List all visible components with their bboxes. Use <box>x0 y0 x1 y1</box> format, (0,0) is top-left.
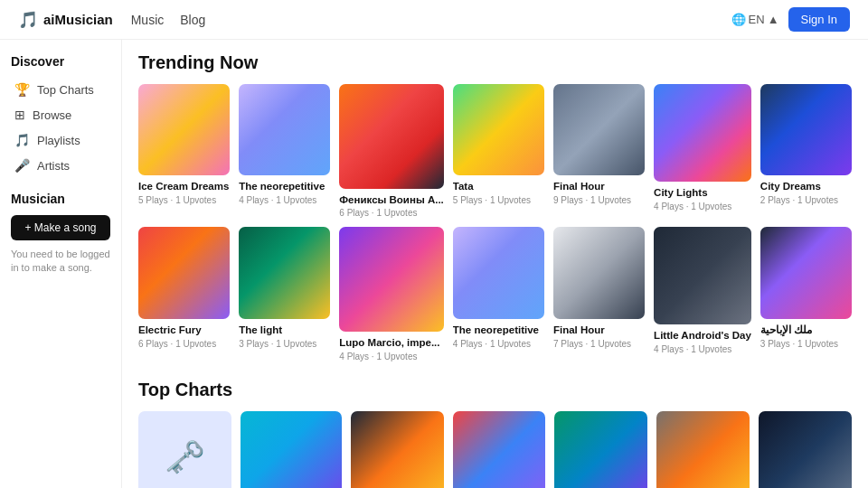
card-meta: 4 Plays · 1 Upvotes <box>654 202 751 211</box>
music-card[interactable]: Hasta nunca10 Plays · 1 Upvotes <box>656 411 750 488</box>
sidebar-item-label: Playlists <box>37 134 80 147</box>
language-selector[interactable]: 🌐 EN ▲ <box>731 13 779 26</box>
card-title: The light <box>239 324 330 337</box>
card-title: ملك الإباحية <box>760 324 852 337</box>
card-thumbnail <box>241 411 342 488</box>
card-thumbnail <box>553 227 645 318</box>
card-title: Little Android's Day <box>654 329 751 343</box>
card-thumbnail <box>239 227 330 318</box>
main-content: Trending Now Ice Cream Dreams5 Plays · 1… <box>122 40 868 488</box>
logo-text: aiMusician <box>43 12 113 27</box>
sidebar-item-top-charts[interactable]: 🏆 Top Charts <box>11 78 110 101</box>
card-meta: 6 Plays · 1 Upvotes <box>339 208 444 218</box>
card-title: Final Hour <box>553 324 645 337</box>
card-meta: 2 Plays · 1 Upvotes <box>760 195 852 205</box>
music-card[interactable]: City Dreams2 Plays · 1 Upvotes <box>760 84 852 218</box>
card-meta: 4 Plays · 1 Upvotes <box>453 339 544 349</box>
card-meta: 3 Plays · 1 Upvotes <box>760 339 852 349</box>
card-thumbnail: 🗝️ <box>138 411 231 488</box>
header: 🎵 aiMusician Music Blog 🌐 EN ▲ Sign In <box>0 0 868 40</box>
top-charts-grid: 🗝️We don`t pretend20 Plays · 0 UpvotesOn… <box>138 411 852 488</box>
login-note: You need to be logged in to make a song. <box>11 248 110 276</box>
card-thumbnail <box>654 227 751 324</box>
card-meta: 5 Plays · 1 Upvotes <box>138 195 230 205</box>
music-card[interactable]: Hooba the haha10 Plays · 1 Upvotes <box>554 411 647 488</box>
artists-icon: 🎤 <box>14 158 30 173</box>
musician-heading: Musician <box>11 192 110 206</box>
trending-heading: Trending Now <box>138 52 852 73</box>
logo-icon: 🎵 <box>18 10 38 30</box>
card-title: Tata <box>453 180 544 193</box>
musician-section: Musician + Make a song You need to be lo… <box>11 192 110 276</box>
nav-blog[interactable]: Blog <box>180 13 205 27</box>
card-thumbnail <box>554 411 647 488</box>
music-card[interactable]: Final Hour9 Plays · 1 Upvotes <box>759 411 852 488</box>
music-card[interactable]: Lupo Marcio, impe...4 Plays · 1 Upvotes <box>339 227 444 361</box>
card-meta: 4 Plays · 1 Upvotes <box>654 344 751 354</box>
music-card[interactable]: The neorepetitive4 Plays · 1 Upvotes <box>239 84 330 218</box>
card-thumbnail <box>138 84 230 175</box>
music-card[interactable]: Tata5 Plays · 1 Upvotes <box>453 84 544 218</box>
layout: Discover 🏆 Top Charts ⊞ Browse 🎵 Playlis… <box>0 40 868 488</box>
top-charts-heading: Top Charts <box>138 380 852 400</box>
card-meta: 6 Plays · 1 Upvotes <box>138 339 230 349</box>
sidebar-item-label: Browse <box>33 108 71 122</box>
header-right: 🌐 EN ▲ Sign In <box>731 7 850 32</box>
card-meta: 5 Plays · 1 Upvotes <box>453 195 544 205</box>
card-thumbnail <box>351 411 444 488</box>
music-card[interactable]: Friend Like Me12 Plays · 0 Upvotes <box>351 411 444 488</box>
card-thumbnail <box>654 84 751 182</box>
card-thumbnail <box>760 227 852 318</box>
card-thumbnail <box>453 84 544 175</box>
card-thumbnail <box>759 411 852 488</box>
sign-in-button[interactable]: Sign In <box>788 7 850 32</box>
music-card[interactable]: City Lights4 Plays · 1 Upvotes <box>654 84 751 218</box>
playlists-icon: 🎵 <box>14 133 30 147</box>
card-thumbnail <box>339 227 444 332</box>
music-card[interactable]: Final Hour7 Plays · 1 Upvotes <box>553 227 645 361</box>
music-card[interactable]: One is Silver - One...17 Plays · 0 Upvot… <box>241 411 342 488</box>
card-title: City Lights <box>654 186 751 200</box>
sidebar-item-playlists[interactable]: 🎵 Playlists <box>11 128 110 152</box>
card-title: Lupo Marcio, impe... <box>339 336 444 350</box>
sidebar-item-artists[interactable]: 🎤 Artists <box>11 154 110 177</box>
discover-heading: Discover <box>11 54 110 69</box>
browse-icon: ⊞ <box>14 108 25 122</box>
logo[interactable]: 🎵 aiMusician <box>18 10 113 30</box>
card-thumbnail <box>453 227 544 318</box>
card-thumbnail <box>760 84 852 175</box>
card-title: Electric Fury <box>138 324 230 337</box>
sidebar-item-label: Top Charts <box>37 83 94 97</box>
card-thumbnail <box>339 84 444 189</box>
music-card[interactable]: Little Android's Day4 Plays · 1 Upvotes <box>654 227 751 361</box>
music-card[interactable]: Blue Skies12 Plays · 1 Upvotes <box>453 411 546 488</box>
card-meta: 7 Plays · 1 Upvotes <box>553 339 645 349</box>
card-meta: 4 Plays · 1 Upvotes <box>239 195 330 205</box>
nav-music[interactable]: Music <box>131 13 165 27</box>
card-title: Фениксы Воины А... <box>339 193 444 207</box>
music-card[interactable]: Electric Fury6 Plays · 1 Upvotes <box>138 227 230 361</box>
main-nav: Music Blog <box>131 13 206 27</box>
card-thumbnail <box>239 84 330 175</box>
card-meta: 3 Plays · 1 Upvotes <box>239 339 330 349</box>
sidebar-item-browse[interactable]: ⊞ Browse <box>11 103 110 127</box>
music-card[interactable]: ملك الإباحية3 Plays · 1 Upvotes <box>760 227 852 361</box>
music-card[interactable]: Ice Cream Dreams5 Plays · 1 Upvotes <box>138 84 230 218</box>
music-card[interactable]: Final Hour9 Plays · 1 Upvotes <box>553 84 645 218</box>
card-thumbnail <box>656 411 750 488</box>
card-meta: 9 Plays · 1 Upvotes <box>553 195 645 205</box>
card-meta: 4 Plays · 1 Upvotes <box>339 352 444 361</box>
sidebar-item-label: Artists <box>37 159 70 173</box>
card-title: Final Hour <box>553 180 645 193</box>
top-charts-icon: 🏆 <box>14 82 30 97</box>
music-card[interactable]: The neorepetitive4 Plays · 1 Upvotes <box>453 227 544 361</box>
music-card[interactable]: 🗝️We don`t pretend20 Plays · 0 Upvotes <box>138 411 231 488</box>
music-card[interactable]: The light3 Plays · 1 Upvotes <box>239 227 330 361</box>
make-song-button[interactable]: + Make a song <box>11 215 110 240</box>
card-title: The neorepetitive <box>453 324 544 337</box>
card-title: City Dreams <box>760 180 852 193</box>
card-thumbnail <box>553 84 645 175</box>
music-card[interactable]: Фениксы Воины А...6 Plays · 1 Upvotes <box>339 84 444 218</box>
card-thumbnail <box>453 411 546 488</box>
sidebar: Discover 🏆 Top Charts ⊞ Browse 🎵 Playlis… <box>0 40 122 488</box>
